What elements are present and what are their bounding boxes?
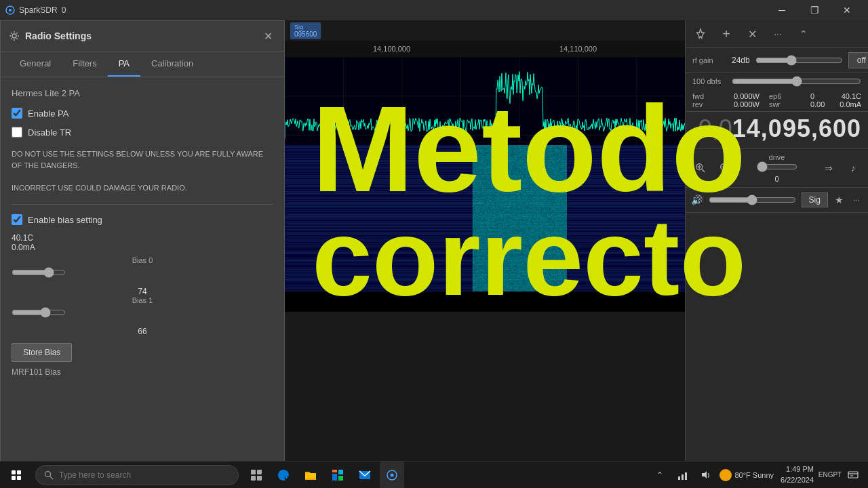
- svg-point-1: [9, 9, 12, 12]
- file-explorer-icon[interactable]: [298, 462, 323, 489]
- fwd-value: 0.000W: [734, 92, 760, 100]
- spectrum-area: Sig 095600 14,100,000 14,110,000: [285, 20, 685, 312]
- enable-pa-row: Enable PA: [12, 108, 273, 119]
- route-icon[interactable]: ⇒: [819, 159, 838, 178]
- rf-gain-value: 24db: [732, 56, 750, 65]
- swr-label: swr: [769, 100, 806, 108]
- dbfs-row: 100 dbfs: [686, 73, 868, 89]
- tab-pa[interactable]: PA: [108, 52, 140, 77]
- zoom-out-icon[interactable]: [715, 159, 734, 178]
- sparksdr-icon[interactable]: [380, 462, 404, 489]
- weather-display[interactable]: 80°F Sunny: [719, 469, 774, 481]
- sun-icon: [719, 469, 732, 481]
- disable-tr-label: Disable TR: [28, 127, 71, 138]
- volume-icon[interactable]: [696, 462, 715, 489]
- zoom-in-icon[interactable]: [691, 159, 710, 178]
- rs-content: Hermes Lite 2 PA Enable PA Disable TR DO…: [1, 77, 284, 388]
- add-icon[interactable]: +: [717, 24, 736, 43]
- svg-rect-15: [257, 476, 262, 481]
- restore-button[interactable]: ❐: [799, 0, 830, 20]
- close-window-button[interactable]: ✕: [831, 0, 863, 20]
- enable-bias-row: Enable bias setting: [12, 214, 273, 225]
- freq-prefix: 0,0: [698, 115, 732, 142]
- freq-label-2: 14,110,000: [559, 45, 597, 53]
- rs-subtitle: Hermes Lite 2 PA: [12, 88, 273, 98]
- notification-icon[interactable]: [844, 462, 863, 489]
- rs-tabs: General Filters PA Calibration: [1, 52, 284, 77]
- speaker-icon[interactable]: 🔊: [691, 190, 703, 209]
- music-icon[interactable]: ♪: [844, 159, 863, 178]
- search-bar[interactable]: [35, 465, 239, 485]
- dbfs-label: 100 dbfs: [692, 77, 726, 85]
- mail-icon[interactable]: [353, 462, 377, 489]
- close-icon[interactable]: ✕: [743, 24, 762, 43]
- enable-bias-checkbox[interactable]: [12, 214, 22, 225]
- spectrum-canvas[interactable]: [285, 57, 685, 291]
- freq-labels: 14,100,000 14,110,000: [285, 41, 685, 57]
- bias0-value: 74: [12, 287, 273, 296]
- rs-close-button[interactable]: ✕: [260, 28, 276, 44]
- app-icon: [5, 5, 15, 15]
- enable-pa-checkbox[interactable]: [12, 108, 22, 119]
- tab-general[interactable]: General: [9, 52, 62, 77]
- ep6-value: 0: [810, 92, 814, 100]
- svg-point-10: [45, 471, 51, 476]
- taskbar-right: ⌃ 80°F Sunny 1:49 PM 6/22/2024 ENG PT: [650, 462, 868, 489]
- start-button[interactable]: [0, 462, 33, 489]
- task-view-button[interactable]: [244, 462, 269, 489]
- more2-icon[interactable]: ···: [850, 190, 863, 209]
- edge-icon[interactable]: [271, 462, 296, 489]
- off-dropdown[interactable]: off: [848, 52, 868, 68]
- store-bias-button[interactable]: Store Bias: [12, 343, 72, 362]
- warning-text: DO NOT USE THE SETTINGS BELOW UNLESS YOU…: [12, 148, 273, 193]
- vol-slider[interactable]: [709, 195, 796, 205]
- rev-value: 0.000W: [734, 100, 760, 108]
- temp-value: 40.1C: [12, 233, 33, 243]
- network-icon[interactable]: [673, 462, 692, 489]
- windows-logo: [12, 470, 21, 480]
- svg-marker-26: [702, 471, 707, 479]
- sig-button[interactable]: Sig: [802, 192, 828, 207]
- star-icon[interactable]: ★: [833, 190, 846, 209]
- tab-filters[interactable]: Filters: [62, 52, 107, 77]
- bias0-slider[interactable]: [12, 267, 66, 278]
- freq-label-1: 14,100,000: [373, 45, 410, 53]
- svg-rect-27: [848, 472, 858, 478]
- tray-chevron[interactable]: ⌃: [650, 462, 669, 489]
- tab-calibration[interactable]: Calibration: [140, 52, 204, 77]
- right-panel: + ✕ ··· ⌃ rf gain 24db off Gp7 100 dbfs …: [685, 20, 868, 468]
- taskbar-icons: [244, 462, 404, 489]
- freq-main: 14,095,600: [732, 115, 861, 142]
- bias-section: 40.1C 0.0mA Bias 0 74 Bias 1 66: [12, 233, 273, 336]
- svg-line-11: [50, 476, 54, 479]
- more-icon[interactable]: ···: [768, 24, 787, 43]
- svg-point-2: [12, 34, 16, 38]
- mrf-label: MRF101 Bias: [12, 367, 273, 377]
- fwd-row: fwd 0.000W ep6 0 40.1C: [692, 92, 861, 100]
- bias0-container: [12, 267, 273, 280]
- radio-settings-panel: Radio Settings ✕ General Filters PA Cali…: [0, 20, 285, 468]
- titlebar: SparkSDR 0 ─ ❐ ✕: [0, 0, 868, 20]
- pin-icon[interactable]: [691, 24, 710, 43]
- minimize-button[interactable]: ─: [766, 0, 797, 20]
- svg-line-4: [702, 169, 705, 173]
- temp-right: 40.1C: [842, 92, 861, 100]
- taskbar: ⌃ 80°F Sunny 1:49 PM 6/22/2024 ENG PT: [0, 461, 868, 488]
- lang-display[interactable]: ENG PT: [821, 462, 840, 489]
- divider: [12, 204, 273, 205]
- drive-slider[interactable]: [757, 161, 797, 172]
- rs-title: Radio Settings: [25, 30, 254, 41]
- rf-gain-slider[interactable]: [755, 55, 843, 66]
- store-icon[interactable]: [326, 462, 350, 489]
- bias1-slider[interactable]: [12, 307, 66, 318]
- chevron-up-icon[interactable]: ⌃: [794, 24, 813, 43]
- disable-tr-row: Disable TR: [12, 127, 273, 138]
- svg-rect-16: [332, 474, 337, 481]
- app-title: SparkSDR: [19, 5, 58, 15]
- search-input[interactable]: [59, 470, 230, 480]
- time-display: 1:49 PM: [781, 464, 814, 474]
- dbfs-slider[interactable]: [732, 76, 861, 87]
- disable-tr-checkbox[interactable]: [12, 127, 22, 138]
- clock-display[interactable]: 1:49 PM 6/22/2024: [778, 464, 816, 485]
- drive-container: drive 0: [740, 153, 814, 183]
